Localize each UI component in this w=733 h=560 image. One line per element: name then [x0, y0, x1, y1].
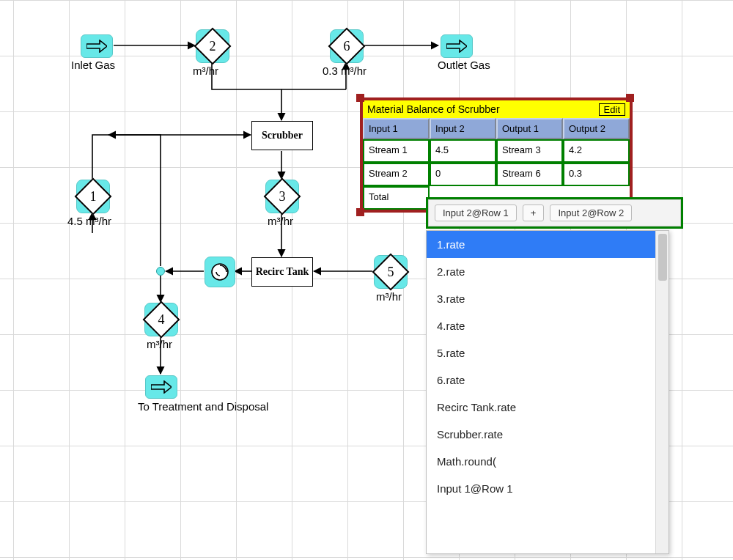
resize-handle[interactable]	[356, 208, 364, 216]
cell[interactable]: 0.3	[563, 163, 630, 186]
stream-node-6-rate: 0.3 m³/hr	[323, 65, 366, 77]
cell[interactable]: 0	[430, 163, 496, 186]
formula-operator[interactable]: +	[523, 205, 545, 221]
autocomplete-dropdown[interactable]: 1.rate 2.rate 3.rate 4.rate 5.rate 6.rat…	[426, 230, 669, 554]
unit-scrubber[interactable]: Scrubber	[251, 121, 313, 150]
col-header[interactable]: Input 1	[363, 118, 430, 139]
cell[interactable]: Stream 1	[363, 139, 430, 163]
stream-node-6[interactable]: 6	[330, 29, 364, 63]
formula-token[interactable]: Input 2@Row 1	[435, 205, 517, 221]
dropdown-option[interactable]: 3.rate	[427, 285, 668, 312]
stream-node-2-rate: m³/hr	[193, 65, 218, 77]
cell[interactable]: Total	[363, 186, 430, 210]
stream-node-6-num: 6	[344, 39, 350, 54]
dropdown-option[interactable]: 4.rate	[427, 312, 668, 339]
stream-node-4[interactable]: 4	[144, 303, 178, 336]
stream-node-1-rate: 4.5 m³/hr	[67, 215, 111, 227]
outlet-gas-icon[interactable]	[441, 34, 473, 58]
to-treatment-label: To Treatment and Disposal	[138, 400, 268, 413]
pump-icon[interactable]	[205, 257, 235, 287]
stream-node-2[interactable]: 2	[196, 29, 229, 63]
scrollbar-thumb[interactable]	[658, 234, 667, 281]
inlet-gas-label: Inlet Gas	[71, 59, 115, 71]
resize-handle[interactable]	[626, 94, 634, 102]
inlet-gas-icon[interactable]	[81, 34, 113, 58]
cell[interactable]: Stream 3	[496, 139, 563, 163]
stream-node-3-num: 3	[279, 189, 286, 205]
svg-point-0	[212, 264, 228, 280]
stream-node-5-num: 5	[388, 265, 394, 280]
col-header[interactable]: Input 2	[430, 118, 496, 139]
cell[interactable]: 4.2	[563, 139, 630, 163]
stream-node-1-num: 1	[90, 189, 97, 205]
dropdown-option[interactable]: Scrubber.rate	[427, 421, 668, 448]
resize-handle[interactable]	[356, 94, 364, 102]
dropdown-option[interactable]: Input 1@Row 1	[427, 475, 668, 502]
dropdown-option[interactable]: Math.round(	[427, 448, 668, 475]
col-header[interactable]: Output 1	[496, 118, 563, 139]
cell[interactable]: Stream 2	[363, 163, 430, 186]
panel-title: Material Balance of Scrubber	[367, 103, 500, 115]
pipe-junction	[156, 267, 165, 276]
stream-node-4-num: 4	[158, 312, 165, 328]
to-treatment-icon[interactable]	[145, 375, 177, 399]
cell[interactable]: Stream 6	[496, 163, 563, 186]
dropdown-option[interactable]: 1.rate	[427, 231, 668, 258]
stream-node-3[interactable]: 3	[265, 180, 299, 213]
dropdown-option[interactable]: Recirc Tank.rate	[427, 394, 668, 421]
col-header[interactable]: Output 2	[563, 118, 630, 139]
scrollbar-track[interactable]	[655, 231, 668, 553]
material-balance-panel[interactable]: Material Balance of Scrubber Edit Input …	[360, 97, 633, 213]
stream-node-4-rate: m³/hr	[147, 338, 172, 350]
dropdown-option[interactable]: 2.rate	[427, 258, 668, 285]
stream-node-3-rate: m³/hr	[268, 215, 293, 227]
stream-node-2-num: 2	[210, 39, 216, 54]
cell[interactable]: 4.5	[430, 139, 496, 163]
dropdown-option[interactable]: 6.rate	[427, 366, 668, 394]
stream-node-5[interactable]: 5	[374, 255, 408, 289]
stream-node-5-rate: m³/hr	[376, 290, 402, 303]
stream-node-1[interactable]: 1	[76, 180, 110, 213]
unit-recirc-tank[interactable]: Recirc Tank	[251, 257, 313, 287]
dropdown-option[interactable]: 5.rate	[427, 339, 668, 366]
edit-button[interactable]: Edit	[599, 103, 625, 116]
outlet-gas-label: Outlet Gas	[438, 59, 490, 71]
formula-editor[interactable]: Input 2@Row 1 + Input 2@Row 2	[426, 197, 683, 229]
formula-token[interactable]: Input 2@Row 2	[550, 205, 632, 221]
balance-grid: Input 1 Input 2 Output 1 Output 2 Stream…	[363, 118, 630, 210]
